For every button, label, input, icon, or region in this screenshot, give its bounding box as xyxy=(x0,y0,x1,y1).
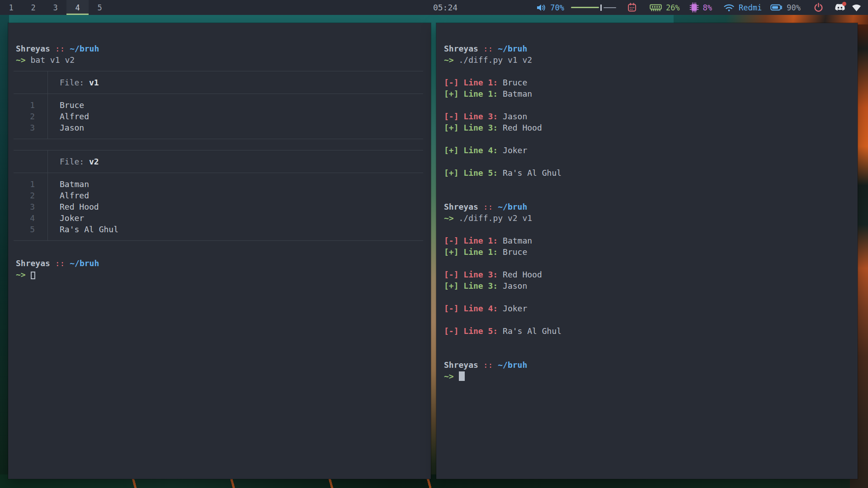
notification-dot xyxy=(842,2,846,6)
diff-value: Jason xyxy=(498,281,527,291)
prompt-separator: :: xyxy=(478,44,498,53)
diff-marker: [+] Line 3: xyxy=(444,281,498,291)
cpu-module: 8% xyxy=(689,2,712,13)
diff-line: [+] Line 3: Red Hood xyxy=(444,122,850,133)
bat-line-number: 2 xyxy=(16,111,47,122)
bat-file-header: File: v2 xyxy=(16,156,423,167)
terminal-line: ~> ./diff.py v2 v1 xyxy=(444,212,850,224)
prompt-separator: :: xyxy=(50,44,70,53)
terminal-line xyxy=(444,314,850,325)
workspace-button-4[interactable]: 4 xyxy=(66,0,89,15)
prompt-separator: :: xyxy=(50,258,70,268)
diff-line: [-] Line 5: Ra's Al Ghul xyxy=(444,325,850,337)
terminal-line xyxy=(16,246,423,258)
terminal-line: ~> xyxy=(444,371,850,382)
bat-line-text: Ra's Al Ghul xyxy=(47,224,118,235)
terminal-cursor xyxy=(459,371,465,381)
diff-marker: [-] Line 1: xyxy=(444,78,498,87)
prompt-arrow: ~> xyxy=(16,270,31,279)
terminal-line xyxy=(444,337,850,348)
terminal-line: Shreyas :: ~/bruh xyxy=(16,258,423,269)
bat-line-number: 5 xyxy=(16,224,47,235)
prompt-cwd: ~/bruh xyxy=(70,258,99,268)
bat-content-line: 1Batman xyxy=(16,178,423,190)
bat-content-line: 2Alfred xyxy=(16,190,423,201)
workspace-switcher: 12345 xyxy=(0,0,111,15)
bat-line-text: Red Hood xyxy=(47,201,99,212)
bat-content-line: 3Jason xyxy=(16,122,423,133)
bat-file-label: File: xyxy=(60,157,89,166)
status-bar: 12345 05:24 70% 26% xyxy=(0,0,868,15)
diff-value: Batman xyxy=(498,89,532,99)
bat-line-number: 2 xyxy=(16,190,47,201)
terminal-line: Shreyas :: ~/bruh xyxy=(444,201,850,212)
battery-percent: 90% xyxy=(787,3,801,12)
diff-value: Bruce xyxy=(498,247,527,257)
terminal-line xyxy=(444,99,850,111)
diff-line: [-] Line 4: Joker xyxy=(444,303,850,314)
workspace-button-2[interactable]: 2 xyxy=(22,0,44,15)
volume-slider-handle[interactable] xyxy=(600,5,602,11)
memory-percent: 26% xyxy=(666,3,680,12)
workspace-button-5[interactable]: 5 xyxy=(89,0,111,15)
status-modules: 70% 26% 8% Redmi xyxy=(536,0,868,15)
diff-marker: [+] Line 3: xyxy=(444,123,498,132)
terminal-line: Shreyas :: ~/bruh xyxy=(16,43,423,54)
fan-icon[interactable] xyxy=(851,4,862,12)
memory-module: 26% xyxy=(650,3,680,12)
bat-line-text: Alfred xyxy=(47,190,89,201)
prompt-separator: :: xyxy=(478,202,498,211)
discord-icon[interactable] xyxy=(835,3,845,12)
command-text: bat v1 v2 xyxy=(26,55,75,65)
workspace-button-3[interactable]: 3 xyxy=(44,0,66,15)
diff-value: Ra's Al Ghul xyxy=(498,326,561,336)
bat-file-header: File: v1 xyxy=(16,77,423,88)
diff-marker: [+] Line 4: xyxy=(444,145,498,155)
bat-file-title: File: v1 xyxy=(47,77,99,88)
bat-rule xyxy=(16,133,423,145)
diff-line: [-] Line 3: Jason xyxy=(444,111,850,122)
prompt-arrow: ~> xyxy=(444,371,459,381)
network-name: Redmi xyxy=(739,3,762,12)
diff-marker: [+] Line 1: xyxy=(444,247,498,257)
volume-slider[interactable] xyxy=(571,4,616,11)
diff-value: Ra's Al Ghul xyxy=(498,168,561,178)
diff-value: Bruce xyxy=(498,78,527,87)
bat-content-line: 2Alfred xyxy=(16,111,423,122)
terminal-line: Shreyas :: ~/bruh xyxy=(444,359,850,371)
left-terminal-content: Shreyas :: ~/bruh~> bat v1 v2File: v11Br… xyxy=(8,23,431,280)
cpu-chip-icon xyxy=(689,2,699,13)
bat-line-number: 4 xyxy=(16,212,47,224)
terminal-line xyxy=(444,66,850,77)
left-terminal-window[interactable]: Shreyas :: ~/bruh~> bat v1 v2File: v11Br… xyxy=(8,23,431,479)
right-terminal-window[interactable]: Shreyas :: ~/bruh~> ./diff.py v1 v2 [-] … xyxy=(436,23,858,479)
bat-gutter xyxy=(16,156,47,167)
workspace-button-1[interactable]: 1 xyxy=(0,0,22,15)
bat-file-name: v2 xyxy=(89,157,99,166)
calendar-icon[interactable] xyxy=(627,3,637,12)
prompt-arrow: ~> xyxy=(16,55,26,65)
terminal-line xyxy=(444,178,850,190)
diff-marker: [-] Line 4: xyxy=(444,304,498,313)
bat-file-name: v1 xyxy=(89,78,99,87)
speaker-icon xyxy=(536,3,546,12)
power-icon[interactable] xyxy=(814,3,823,12)
diff-value: Red Hood xyxy=(498,123,542,132)
prompt-cwd: ~/bruh xyxy=(498,202,527,211)
bat-line-number: 1 xyxy=(16,99,47,111)
diff-line: [+] Line 5: Ra's Al Ghul xyxy=(444,167,850,178)
battery-icon xyxy=(770,4,783,11)
terminal-line xyxy=(444,190,850,201)
prompt-arrow: ~> xyxy=(444,213,454,223)
bat-rule xyxy=(16,235,423,246)
bat-rule xyxy=(16,66,423,77)
prompt-cwd: ~/bruh xyxy=(70,44,99,53)
terminal-line xyxy=(444,291,850,303)
bat-content-line: 4Joker xyxy=(16,212,423,224)
volume-slider-track xyxy=(604,7,616,9)
bat-line-number: 3 xyxy=(16,122,47,133)
bat-file-title: File: v2 xyxy=(47,156,99,167)
terminal-line xyxy=(444,258,850,269)
network-module[interactable]: Redmi xyxy=(723,3,762,12)
terminal-line xyxy=(444,156,850,167)
